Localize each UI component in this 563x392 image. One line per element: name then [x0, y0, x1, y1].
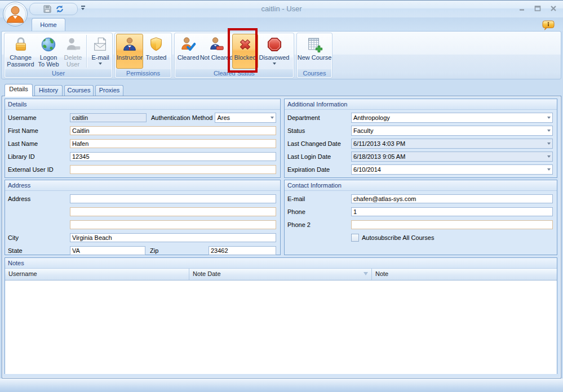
- address-label: Address: [8, 195, 70, 202]
- address-line2-field[interactable]: [70, 207, 276, 216]
- library-id-field[interactable]: [70, 152, 276, 161]
- ribbon-group-label-user: User: [5, 69, 112, 77]
- save-button[interactable]: [43, 5, 52, 14]
- autosubscribe-checkbox[interactable]: [351, 234, 359, 242]
- last-name-field[interactable]: [70, 139, 276, 148]
- combo-arrow-icon: [547, 117, 551, 119]
- status-label: Status: [287, 127, 351, 134]
- red-x-icon: [237, 36, 254, 53]
- stop-sign-icon: [266, 36, 283, 53]
- customize-quick-access-button[interactable]: [81, 6, 85, 10]
- combo-arrow-icon: [547, 168, 551, 171]
- user-silhouette-icon: [65, 36, 82, 53]
- minimize-button[interactable]: [518, 5, 526, 12]
- instructor-icon: [121, 36, 138, 53]
- refresh-button[interactable]: [55, 5, 64, 14]
- application-menu-button[interactable]: [2, 1, 28, 27]
- auth-method-select[interactable]: Ares: [215, 113, 276, 123]
- lock-icon: [12, 36, 29, 53]
- last-name-label: Last Name: [8, 140, 70, 147]
- cleared-button[interactable]: Cleared: [176, 34, 201, 69]
- library-id-label: Library ID: [8, 153, 70, 160]
- department-label: Department: [287, 114, 351, 121]
- change-password-button[interactable]: Change Password: [6, 34, 36, 69]
- sort-descending-icon: [363, 272, 368, 275]
- shield-icon: [148, 36, 165, 53]
- ribbon-group-label-permissions: Permissions: [116, 69, 171, 77]
- help-button[interactable]: [542, 20, 555, 30]
- table-plus-icon: [306, 36, 323, 53]
- contact-info-header: Contact Information: [285, 180, 557, 191]
- notes-group-header: Notes: [5, 258, 557, 269]
- notes-column-note[interactable]: Note: [372, 269, 557, 280]
- city-label: City: [8, 234, 70, 241]
- user-check-icon: [180, 36, 197, 53]
- status-select[interactable]: Faculty: [351, 126, 553, 136]
- city-field[interactable]: [70, 233, 276, 242]
- combo-arrow-icon: [547, 130, 551, 132]
- save-floppy-icon: [43, 5, 52, 14]
- delete-user-button[interactable]: Delete User: [61, 34, 85, 69]
- not-cleared-button[interactable]: Not Cleared: [201, 34, 232, 69]
- ribbon-group-user: Change Password Logon To Web: [4, 33, 113, 78]
- instructor-toggle-button[interactable]: Instructor: [116, 34, 143, 69]
- address-line1-field[interactable]: [70, 194, 276, 203]
- address-group: Address Address City: [5, 180, 281, 255]
- maximize-icon: [534, 5, 541, 12]
- ribbon-tab-home[interactable]: Home: [32, 18, 65, 31]
- user-blocked-briefcase-icon: [208, 36, 225, 53]
- first-name-label: First Name: [8, 127, 70, 134]
- email-button[interactable]: E-mail: [88, 34, 112, 69]
- ribbon-tab-row: [0, 17, 563, 31]
- external-user-id-label: External User ID: [8, 166, 70, 173]
- zip-label: Zip: [150, 247, 206, 254]
- notes-table-body: [5, 280, 557, 374]
- trusted-toggle-button[interactable]: Trusted: [143, 34, 169, 69]
- tab-courses[interactable]: Courses: [64, 85, 94, 96]
- expiration-date-field[interactable]: 6/10/2014: [351, 164, 553, 175]
- zip-field[interactable]: [209, 246, 276, 255]
- email-field[interactable]: [351, 194, 553, 203]
- disavowed-button[interactable]: Disavowed: [258, 34, 290, 69]
- tab-history[interactable]: History: [34, 85, 63, 96]
- maximize-button[interactable]: [534, 5, 542, 12]
- details-group-header: Details: [5, 99, 280, 110]
- tab-proxies[interactable]: Proxies: [95, 85, 123, 96]
- new-course-button[interactable]: New Course: [298, 34, 331, 69]
- last-changed-date-field[interactable]: 6/11/2013 4:03 PM: [351, 139, 553, 149]
- first-name-field[interactable]: [70, 126, 276, 135]
- close-button[interactable]: [549, 5, 557, 12]
- external-user-id-field[interactable]: [70, 165, 276, 174]
- last-login-date-field[interactable]: 6/18/2013 9:05 AM: [351, 152, 553, 162]
- blocked-button[interactable]: Blocked: [232, 34, 258, 69]
- combo-arrow-icon: [547, 142, 551, 145]
- phone2-field[interactable]: [351, 220, 553, 229]
- ribbon-group-label-cleared-status: Cleared Status: [175, 69, 293, 77]
- phone2-label: Phone 2: [287, 221, 351, 228]
- ribbon-group-label-courses: Courses: [298, 69, 331, 77]
- chevron-down-icon: [81, 6, 85, 10]
- ribbon-group-cleared-status: Cleared Not Cleared Blocked: [174, 33, 294, 78]
- last-changed-date-label: Last Changed Date: [287, 140, 351, 147]
- combo-arrow-icon: [547, 155, 551, 158]
- state-field[interactable]: [70, 246, 145, 255]
- username-field[interactable]: [70, 113, 147, 122]
- notes-column-username[interactable]: Username: [5, 269, 189, 280]
- window-bottom-frame: [0, 378, 563, 392]
- ribbon-group-permissions: Instructor Trusted Permissions: [114, 33, 172, 78]
- notes-table-header: Username Note Date Note: [5, 269, 557, 280]
- state-label: State: [8, 247, 70, 254]
- notes-group: Notes Username Note Date Note: [5, 257, 557, 374]
- tab-details[interactable]: Details: [5, 84, 33, 96]
- logon-to-web-button[interactable]: Logon To Web: [36, 34, 61, 69]
- auth-method-label: Authentication Method: [151, 114, 212, 121]
- minimize-icon: [518, 5, 525, 12]
- address-line3-field[interactable]: [70, 220, 276, 229]
- details-panel: Details Username Authentication Method A…: [2, 96, 561, 378]
- details-group: Details Username Authentication Method A…: [5, 99, 281, 178]
- phone-field[interactable]: [351, 207, 553, 216]
- combo-arrow-icon: [271, 117, 274, 119]
- notes-column-note-date[interactable]: Note Date: [189, 269, 372, 280]
- chevron-down-icon: [99, 63, 102, 65]
- department-select[interactable]: Anthropology: [351, 113, 553, 123]
